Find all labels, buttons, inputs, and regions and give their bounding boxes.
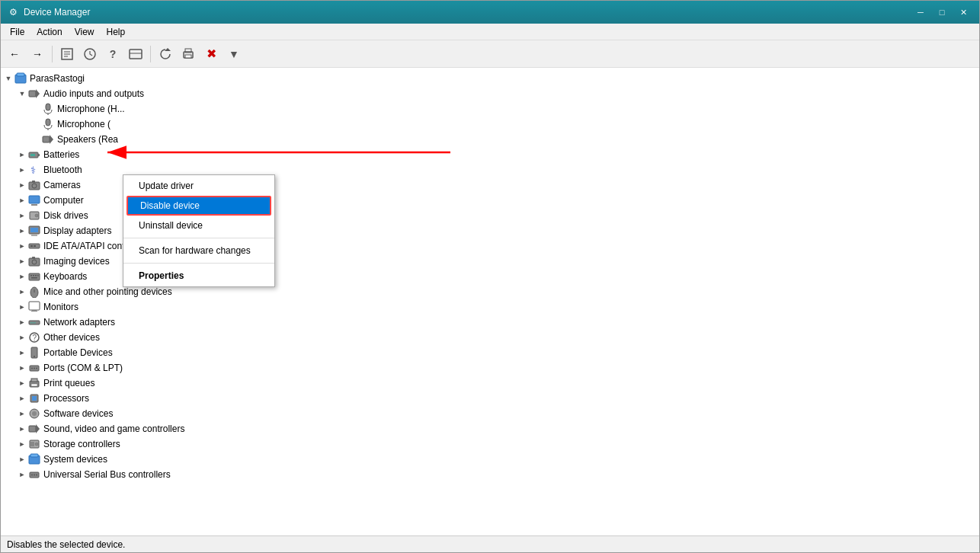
expand-root[interactable]: ▼: [2, 72, 14, 85]
tree-item-otherdevices[interactable]: ► ? Other devices: [1, 330, 979, 345]
ctx-update-driver[interactable]: Update driver: [123, 177, 274, 195]
svg-rect-48: [37, 275, 39, 276]
expand-computer[interactable]: ►: [16, 194, 28, 206]
back-button[interactable]: ←: [4, 43, 25, 65]
ctx-disable-device[interactable]: Disable device: [127, 196, 271, 216]
toolbar-separator-2: [150, 46, 151, 62]
svg-rect-16: [29, 91, 36, 97]
tree-item-usb[interactable]: ► Universal Serial Bus controllers: [1, 467, 979, 482]
menu-file[interactable]: File: [4, 25, 30, 39]
ctx-separator-2: [123, 263, 274, 264]
window-controls: ─ □ ✕: [911, 5, 973, 20]
menu-help[interactable]: Help: [101, 25, 132, 39]
svg-marker-17: [36, 89, 40, 98]
svg-rect-30: [32, 181, 35, 183]
expand-softwaredevices[interactable]: ►: [16, 408, 28, 420]
tree-item-portabledevices[interactable]: ► Portable Devices: [1, 345, 979, 360]
tree-label-displayadapters: Display adapters: [43, 225, 111, 236]
maximize-button[interactable]: □: [932, 5, 952, 20]
close-button[interactable]: ✕: [953, 5, 973, 20]
menu-action[interactable]: Action: [30, 25, 68, 39]
tree-item-mic1[interactable]: ▶ Microphone (H...: [1, 101, 979, 117]
svg-rect-71: [32, 396, 37, 401]
tree-item-printqueues[interactable]: ► Print queues: [1, 376, 979, 391]
tree-label-usb: Universal Serial Bus controllers: [43, 469, 171, 480]
expand-ports[interactable]: ►: [16, 362, 28, 374]
tree-label-diskdrives: Disk drives: [43, 210, 88, 221]
svg-rect-69: [31, 384, 37, 386]
scan-button[interactable]: [125, 43, 146, 65]
soundvideo-icon: [28, 423, 40, 435]
svg-rect-57: [33, 322, 34, 324]
expand-mice[interactable]: ►: [16, 286, 28, 298]
tree-label-batteries: Batteries: [43, 149, 79, 160]
tree-item-networkadapters[interactable]: ► Network adapters: [1, 315, 979, 330]
expand-portabledevices[interactable]: ►: [16, 347, 28, 359]
systemdevices-icon: [28, 453, 40, 465]
ctx-properties[interactable]: Properties: [123, 267, 274, 285]
expand-imagingdevices[interactable]: ►: [16, 255, 28, 267]
expand-soundvideo[interactable]: ►: [16, 423, 28, 435]
tree-item-audio[interactable]: ▼ Audio inputs and outputs: [1, 86, 979, 101]
expand-diskdrives[interactable]: ►: [16, 209, 28, 222]
expand-printqueues[interactable]: ►: [16, 377, 28, 389]
tree-label-root: ParasRastogi: [30, 73, 85, 84]
svg-rect-44: [29, 273, 40, 280]
expand-batteries[interactable]: ►: [16, 149, 28, 161]
expand-ideatapi[interactable]: ►: [16, 240, 28, 252]
refresh-button[interactable]: [155, 43, 176, 65]
tree-item-storagecontrollers[interactable]: ► Storage controllers: [1, 436, 979, 452]
tree-item-monitors[interactable]: ► Monitors: [1, 299, 979, 315]
svg-rect-37: [30, 228, 38, 232]
app-icon: ⚙: [7, 6, 19, 18]
main-content: ▼ ParasRastogi ▼ Audio inputs and output…: [1, 68, 979, 535]
expand-bluetooth[interactable]: ►: [16, 164, 28, 176]
tree-item-softwaredevices[interactable]: ► Software devices: [1, 406, 979, 421]
tree-item-batteries[interactable]: ► Batteries: [1, 147, 979, 162]
tree-item-ports[interactable]: ► Ports (COM & LPT): [1, 360, 979, 376]
tree-item-soundvideo[interactable]: ► Sound, video and game controllers: [1, 421, 979, 436]
expand-audio[interactable]: ▼: [16, 88, 28, 100]
expand-cameras[interactable]: ►: [16, 179, 28, 191]
expand-mic1: ▶: [30, 103, 42, 115]
tree-item-speakers[interactable]: ▶ Speakers (Rea: [1, 132, 979, 147]
forward-button[interactable]: →: [27, 43, 48, 65]
svg-point-73: [32, 411, 37, 416]
expand-usb[interactable]: ►: [16, 468, 28, 481]
remove-button[interactable]: ✖: [200, 43, 222, 65]
tree-item-systemdevices[interactable]: ► System devices: [1, 452, 979, 467]
expand-button[interactable]: ▼: [223, 43, 245, 65]
menu-bar: File Action View Help: [1, 24, 979, 40]
menu-view[interactable]: View: [69, 25, 101, 39]
help-button[interactable]: ?: [102, 43, 123, 65]
status-bar: Disables the selected device.: [1, 535, 979, 552]
tree-label-portabledevices: Portable Devices: [43, 347, 113, 358]
expand-storagecontrollers[interactable]: ►: [16, 438, 28, 450]
expand-keyboards[interactable]: ►: [16, 270, 28, 283]
window-title: Device Manager: [24, 7, 911, 18]
minimize-button[interactable]: ─: [911, 5, 930, 20]
update-driver-toolbar-button[interactable]: [79, 43, 101, 65]
svg-rect-26: [30, 154, 35, 156]
expand-processors[interactable]: ►: [16, 392, 28, 404]
expand-displayadapters[interactable]: ►: [16, 225, 28, 237]
expand-otherdevices[interactable]: ►: [16, 331, 28, 344]
expand-systemdevices[interactable]: ►: [16, 453, 28, 465]
print-button[interactable]: [178, 43, 199, 65]
svg-text:?: ?: [33, 334, 37, 342]
expand-monitors[interactable]: ►: [16, 301, 28, 313]
tree-label-processors: Processors: [43, 393, 89, 404]
expand-networkadapters[interactable]: ►: [16, 316, 28, 328]
tree-item-root[interactable]: ▼ ParasRastogi: [1, 71, 979, 86]
svg-point-66: [36, 368, 37, 369]
ctx-scan-hardware[interactable]: Scan for hardware changes: [123, 241, 274, 260]
svg-marker-75: [36, 424, 40, 433]
ctx-uninstall-device[interactable]: Uninstall device: [123, 216, 274, 235]
svg-point-62: [34, 356, 35, 357]
svg-rect-36: [31, 235, 37, 236]
tree-item-processors[interactable]: ► Processors: [1, 391, 979, 406]
properties-button[interactable]: [56, 43, 78, 65]
svg-point-77: [35, 443, 38, 446]
svg-rect-56: [30, 322, 32, 324]
tree-item-mic2[interactable]: ▶ Microphone (: [1, 117, 979, 132]
